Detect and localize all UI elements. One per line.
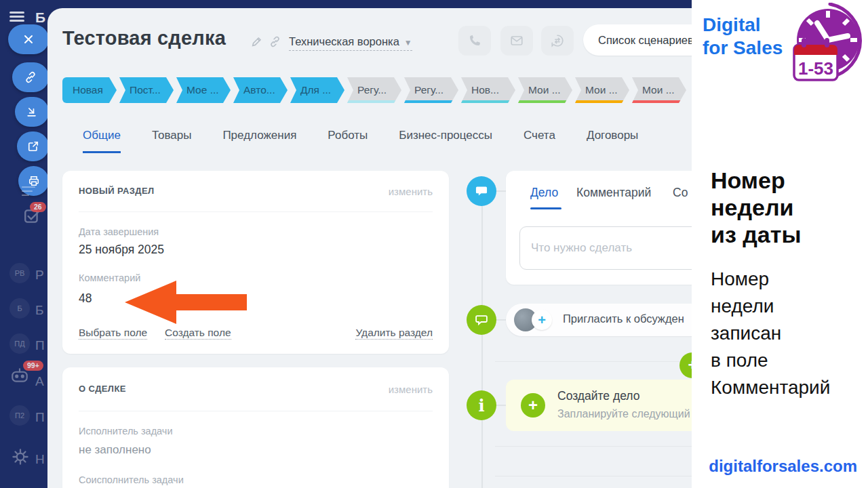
tab-products[interactable]: Товары (152, 129, 191, 153)
sidebar-item-label: А (35, 374, 44, 389)
messenger-icon[interactable] (20, 184, 38, 199)
select-field-link[interactable]: Выбрать поле (79, 327, 147, 340)
mail-button[interactable] (500, 26, 533, 56)
tab-contracts[interactable]: Договоры (587, 129, 638, 153)
edit-title-icon[interactable] (251, 35, 263, 47)
info-icon: i (478, 396, 484, 415)
brand-line1: Digital (703, 14, 783, 37)
section-title: О СДЕЛКЕ (79, 384, 126, 394)
field-label: Исполнитель задачи (79, 426, 173, 436)
edit-link[interactable]: изменить (389, 384, 433, 395)
gear-icon[interactable] (11, 447, 30, 466)
field-value-empty[interactable]: не заполнено (79, 443, 151, 457)
branding-panel: Digital for Sales 1-53 (692, 0, 868, 488)
robot-badge: 99+ (23, 361, 43, 371)
stage-pill[interactable]: Регу... (347, 77, 401, 103)
active-tab-underline (530, 207, 561, 209)
page-title: Тестовая сделка (62, 27, 226, 49)
edit-link[interactable]: изменить (389, 186, 433, 197)
sidebar-item-label: Б (35, 303, 43, 318)
invite-label: Пригласить к обсужден (563, 312, 684, 325)
brand-logo-text: Digital for Sales (703, 14, 783, 60)
timeline-activity-marker (467, 176, 496, 206)
field-label: Дата завершения (79, 226, 159, 237)
stage-pill[interactable]: Мои ... (518, 77, 572, 103)
create-todo-subtitle: Запланируйте следующий (557, 408, 690, 420)
section-new-section: НОВЫЙ РАЗДЕЛ изменить Дата завершения 25… (62, 171, 449, 354)
phone-icon (467, 33, 482, 48)
slide-heading: Номер недели из даты (711, 167, 853, 248)
divider (79, 211, 433, 212)
deal-tabs: Общие Товары Предложения Роботы Бизнес-п… (83, 129, 638, 153)
chat-transfer-icon (550, 33, 565, 48)
funnel-selector[interactable]: Техническая воронка▼ (289, 35, 412, 51)
create-todo-title: Создайте дело (557, 389, 639, 403)
tab-invoices[interactable]: Счета (524, 129, 555, 153)
timeline-comment-marker (467, 305, 496, 335)
stage-pill[interactable]: Новая (62, 77, 117, 103)
stage-pill[interactable]: Авто... (233, 77, 288, 103)
sidebar-app-letter: Б (35, 9, 45, 26)
avatar[interactable]: ПД (9, 333, 30, 354)
copy-link-button[interactable] (12, 62, 49, 92)
tab-quotes[interactable]: Предложения (222, 129, 296, 153)
section-about-deal: О СДЕЛКЕ изменить Исполнитель задачи не … (62, 367, 449, 488)
call-button[interactable] (458, 26, 491, 56)
timeline-info-marker: i (467, 390, 496, 420)
hamburger-icon[interactable] (9, 12, 24, 22)
avatar[interactable]: Б (9, 298, 30, 319)
collapse-button[interactable] (15, 97, 49, 127)
screen: Б (0, 0, 868, 488)
sidebar-item-label: П (35, 410, 45, 425)
stage-pill[interactable]: Нов... (461, 77, 515, 103)
chat-bubble-icon (474, 184, 489, 199)
chat-button[interactable] (541, 26, 574, 56)
stage-pill[interactable]: Мои ... (632, 77, 686, 103)
stage-pill[interactable]: Регу... (404, 77, 458, 103)
slide-body: Номер недели записан в поле Комментарий (711, 266, 860, 401)
link-icon (24, 70, 37, 84)
tab-general[interactable]: Общие (83, 129, 121, 153)
sidebar-item-label: Р (35, 268, 44, 283)
deal-card: Тестовая сделка Техническая воронка▼ (47, 8, 719, 488)
link-icon[interactable] (269, 35, 281, 48)
avatar[interactable]: П2 (9, 405, 30, 426)
chat-bubble-outline-icon (474, 312, 489, 327)
tab-deal[interactable]: Дело (530, 186, 558, 200)
chevron-down-icon: ▼ (404, 38, 412, 47)
mail-icon (509, 33, 524, 48)
tab-bizproc[interactable]: Бизнес-процессы (399, 129, 492, 153)
close-button[interactable] (8, 24, 49, 54)
brand-line2: for Sales (703, 37, 783, 60)
brand-badge-text: 1-53 (798, 58, 833, 79)
sidebar-item-label: Н (35, 452, 45, 467)
plus-icon[interactable]: + (521, 393, 545, 418)
stage-pill[interactable]: Пост... (119, 77, 174, 103)
stage-pill[interactable]: Мое ... (176, 77, 231, 103)
tab-robots[interactable]: Роботы (328, 129, 368, 153)
stage-pill[interactable]: Для ... (290, 77, 344, 103)
funnel-name: Техническая воронка (289, 35, 399, 47)
section-title: НОВЫЙ РАЗДЕЛ (79, 186, 155, 196)
avatar[interactable]: РВ (9, 263, 30, 283)
create-field-link[interactable]: Создать поле (165, 327, 231, 340)
tasks-badge: 26 (30, 202, 46, 212)
delete-section-link[interactable]: Удалить раздел (355, 327, 433, 340)
sidebar-item-label: П (35, 338, 45, 353)
field-value-date[interactable]: 25 ноября 2025 (79, 243, 164, 257)
brand-clock-calendar-icon: 1-53 (785, 3, 868, 83)
scenarios-label: Список сценариев (598, 34, 694, 47)
stage-pill[interactable]: Мои ... (575, 77, 629, 103)
close-icon (22, 33, 35, 46)
brand-site: digitalforsales.com (709, 457, 857, 476)
open-new-window-button[interactable] (17, 131, 49, 161)
annotation-arrow (125, 281, 247, 324)
pipeline-stages: Новая Пост... Мое ... Авто... Для ... Ре… (62, 77, 689, 103)
tab-message[interactable]: Со (673, 186, 688, 200)
external-link-icon (26, 140, 40, 153)
field-label: Соисполнитель задачи (79, 474, 184, 485)
tab-comment[interactable]: Комментарий (576, 186, 651, 200)
add-user-icon[interactable]: + (532, 310, 552, 330)
divider (79, 411, 433, 411)
field-value-comment[interactable]: 48 (79, 291, 92, 306)
